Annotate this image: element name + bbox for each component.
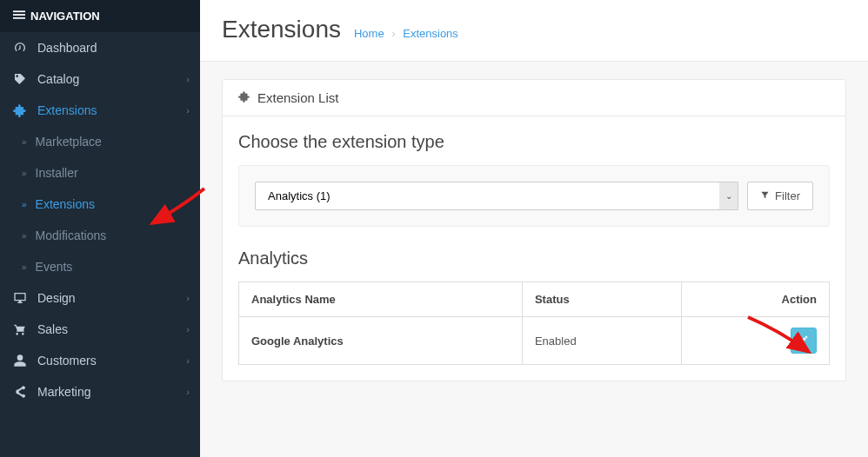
panel-head: Extension List <box>223 80 845 116</box>
double-chevron-icon: » <box>22 231 27 241</box>
user-icon <box>13 354 29 368</box>
cart-icon <box>13 322 29 336</box>
filter-button[interactable]: Filter <box>747 182 813 210</box>
breadcrumb-current[interactable]: Extensions <box>403 27 458 40</box>
breadcrumb: Home › Extensions <box>354 27 458 40</box>
table-title: Analytics <box>238 248 830 268</box>
edit-button[interactable] <box>791 328 817 354</box>
nav-item-label: Customers <box>37 354 97 368</box>
filter-well: Analytics (1) ⌄ Filter <box>238 165 830 227</box>
sidebar: NAVIGATION Dashboard Catalog › Extension… <box>0 0 200 457</box>
col-name: Analytics Name <box>239 282 523 317</box>
sub-item-label: Installer <box>36 166 78 180</box>
filter-icon <box>760 189 770 202</box>
hamburger-icon <box>13 9 25 23</box>
filter-label: Filter <box>775 189 800 202</box>
nav-item-design[interactable]: Design › <box>0 282 200 314</box>
table-row: Google Analytics Enabled <box>239 317 830 365</box>
sub-item-label: Extensions <box>36 197 95 211</box>
chevron-right-icon: › <box>186 387 190 397</box>
nav-item-label: Design <box>37 291 76 305</box>
puzzle-icon <box>238 90 250 105</box>
extension-panel: Extension List Choose the extension type… <box>222 79 846 381</box>
double-chevron-icon: » <box>22 200 27 209</box>
chevron-right-icon: › <box>186 324 190 334</box>
page-title: Extensions <box>222 16 341 43</box>
sub-item-events[interactable]: » Events <box>0 251 200 282</box>
nav-item-label: Marketing <box>37 385 90 399</box>
extensions-table: Analytics Name Status Action Google Anal… <box>238 281 830 365</box>
desktop-icon <box>13 291 29 305</box>
puzzle-icon <box>13 103 29 117</box>
svg-rect-0 <box>13 10 25 12</box>
nav-item-label: Sales <box>37 322 68 336</box>
sub-item-extensions[interactable]: » Extensions <box>0 189 200 220</box>
chevron-right-icon: › <box>186 293 190 303</box>
nav-item-customers[interactable]: Customers › <box>0 345 200 376</box>
nav-item-marketing[interactable]: Marketing › <box>0 376 200 407</box>
nav-header-label: NAVIGATION <box>30 10 100 23</box>
nav-item-sales[interactable]: Sales › <box>0 314 200 345</box>
nav-item-label: Catalog <box>37 72 79 86</box>
panel-title: Extension List <box>257 90 338 105</box>
nav-item-label: Extensions <box>37 103 97 117</box>
row-action <box>682 317 830 365</box>
pencil-icon <box>798 334 809 348</box>
svg-rect-1 <box>13 14 25 16</box>
col-action: Action <box>682 282 830 317</box>
nav-item-label: Dashboard <box>37 41 97 55</box>
row-name: Google Analytics <box>239 317 523 365</box>
tag-icon <box>13 72 29 86</box>
sub-item-label: Events <box>36 260 73 274</box>
col-status: Status <box>522 282 681 317</box>
chevron-right-icon: › <box>186 74 190 84</box>
breadcrumb-home[interactable]: Home <box>354 27 384 40</box>
main-content: Extensions Home › Extensions Extension L… <box>200 0 868 457</box>
panel-body: Choose the extension type Analytics (1) … <box>223 116 845 381</box>
nav-item-dashboard[interactable]: Dashboard <box>0 32 200 63</box>
double-chevron-icon: » <box>22 137 27 147</box>
chevron-right-icon: › <box>186 355 190 366</box>
svg-rect-2 <box>13 17 25 19</box>
page-header: Extensions Home › Extensions <box>200 0 868 62</box>
table-header-row: Analytics Name Status Action <box>239 282 830 317</box>
dashboard-icon <box>13 41 29 55</box>
sub-item-label: Modifications <box>36 228 107 242</box>
row-status: Enabled <box>522 317 681 365</box>
sub-item-marketplace[interactable]: » Marketplace <box>0 126 200 157</box>
nav-item-catalog[interactable]: Catalog › <box>0 63 200 95</box>
nav-item-extensions[interactable]: Extensions › <box>0 95 200 126</box>
choose-title: Choose the extension type <box>238 132 830 152</box>
extension-type-select[interactable]: Analytics (1) <box>255 182 738 210</box>
double-chevron-icon: » <box>22 169 27 178</box>
breadcrumb-sep: › <box>391 27 395 40</box>
chevron-right-icon: › <box>186 105 190 116</box>
double-chevron-icon: » <box>22 262 27 272</box>
share-icon <box>13 385 29 399</box>
sub-item-installer[interactable]: » Installer <box>0 157 200 189</box>
nav-header: NAVIGATION <box>0 0 200 32</box>
extension-type-select-wrap: Analytics (1) ⌄ <box>255 182 738 210</box>
sub-item-label: Marketplace <box>36 135 102 149</box>
sub-item-modifications[interactable]: » Modifications <box>0 220 200 251</box>
